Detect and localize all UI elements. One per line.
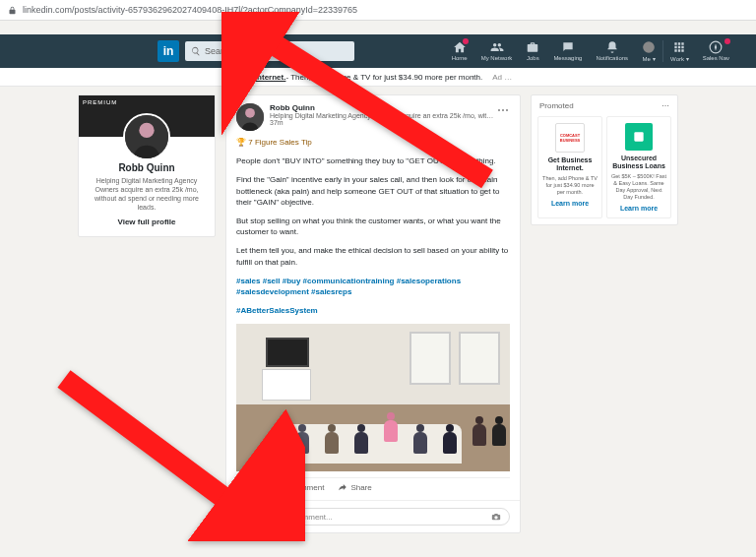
nav-salesnav[interactable]: Sales Nav (696, 40, 736, 62)
promoted-card: Promoted ⋯ COMCAST BUSINESS Get Business… (531, 94, 678, 225)
search-placeholder: Search (205, 46, 233, 56)
promo-item-1[interactable]: COMCAST BUSINESS Get Business Internet. … (537, 116, 602, 218)
compass-icon (709, 40, 723, 54)
promo-logo-2 (625, 123, 653, 151)
search-icon (191, 46, 201, 56)
search-input[interactable]: Search (185, 41, 354, 61)
post-body: 🏆 7 Figure Sales Tip People don't "BUY I… (236, 137, 510, 316)
avatar-icon (642, 40, 656, 54)
promo-logo-1: COMCAST BUSINESS (555, 123, 585, 153)
post-tip: 🏆 7 Figure Sales Tip (236, 137, 510, 148)
url-bar[interactable]: linkedin.com/posts/activity-657936296202… (0, 0, 756, 21)
comment-icon (278, 482, 287, 492)
share-icon (338, 482, 347, 492)
comment-input[interactable]: Add a comment... (262, 508, 510, 526)
ad-label: Ad … (492, 73, 512, 82)
nav-home[interactable]: Home (445, 40, 474, 62)
comment-avatar[interactable]: 360 (236, 507, 256, 526)
premium-badge: PREMIUM (83, 99, 117, 105)
post-tags[interactable]: #sales #sell #buy #communicationtraining… (236, 276, 510, 297)
share-button[interactable]: Share (338, 482, 371, 492)
post-hashtag[interactable]: #ABetterSalesSystem (236, 305, 510, 316)
svg-rect-6 (634, 132, 643, 141)
svg-point-3 (139, 123, 154, 138)
promoted-title: Promoted (539, 101, 574, 110)
view-profile-link[interactable]: View full profile (87, 217, 207, 226)
svg-point-5 (245, 108, 255, 118)
nav-work[interactable]: Work ▾ (662, 40, 696, 62)
nav-items: Home My Network Jobs Messaging Notificat… (445, 40, 736, 62)
camera-icon[interactable] (491, 512, 501, 522)
profile-name: Robb Quinn (87, 162, 207, 173)
nav-me[interactable]: Me ▾ (635, 40, 662, 62)
linkedin-logo[interactable]: in (158, 40, 179, 62)
lock-icon (8, 6, 17, 15)
nav-messaging[interactable]: Messaging (546, 40, 589, 62)
post-image[interactable] (236, 324, 510, 471)
post-menu[interactable]: ⋯ (497, 103, 510, 117)
promo-cta-1[interactable]: Learn more (542, 200, 598, 207)
post-subtitle: Helping Digital Marketing Agency Owners … (270, 112, 497, 119)
post-card: Robb Quinn Helping Digital Marketing Age… (225, 94, 521, 533)
messaging-icon (561, 40, 575, 54)
url-text: linkedin.com/posts/activity-657936296202… (23, 5, 357, 15)
promo-cta-2[interactable]: Learn more (611, 205, 666, 212)
bell-icon (605, 40, 619, 54)
post-author[interactable]: Robb Quinn (270, 103, 497, 112)
network-icon (490, 40, 504, 54)
jobs-icon (526, 40, 539, 54)
like-button[interactable]: Like (236, 482, 264, 492)
nav-network[interactable]: My Network (474, 40, 520, 62)
nav-jobs[interactable]: Jobs (519, 40, 546, 62)
post-time: 37m (270, 119, 497, 126)
post-actions: Like Comment Share (236, 477, 510, 492)
promo-item-2[interactable]: Unsecured Business Loans Get $5K – $500K… (606, 116, 671, 218)
promoted-menu[interactable]: ⋯ (662, 101, 669, 110)
avatar[interactable] (123, 113, 170, 160)
post-avatar[interactable] (236, 103, 264, 131)
profile-desc: Helping Digital Marketing Agency Owners … (87, 176, 207, 212)
like-icon (236, 482, 246, 492)
profile-card: PREMIUM Robb Quinn Helping Digital Marke… (78, 94, 216, 237)
comment-button[interactable]: Comment (278, 482, 325, 492)
promo-banner[interactable]: ss Internet. - Then, add Phone & TV for … (0, 68, 756, 87)
top-nav: in Search Home My Network Jobs Messaging… (0, 34, 756, 68)
comment-row: 360 Add a comment... (226, 500, 520, 532)
grid-icon (672, 40, 686, 54)
nav-notifications[interactable]: Notifications (589, 40, 635, 62)
svg-point-0 (643, 41, 655, 53)
